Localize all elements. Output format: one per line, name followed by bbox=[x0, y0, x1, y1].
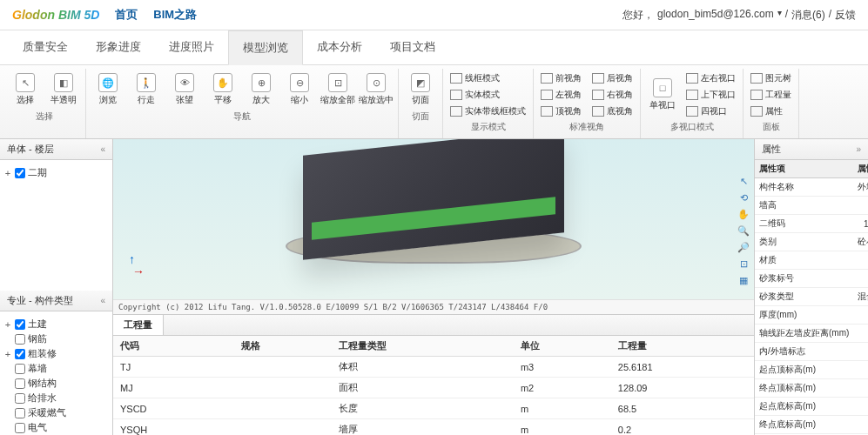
tab-0[interactable]: 质量安全 bbox=[9, 30, 82, 64]
feedback-link[interactable]: 反馈 bbox=[835, 8, 856, 23]
group-label: 面板 bbox=[763, 119, 780, 137]
tool-属性[interactable]: 属性 bbox=[747, 104, 786, 119]
tree-item[interactable]: +土建 bbox=[3, 317, 109, 331]
slice-icon[interactable]: ▦ bbox=[737, 273, 750, 287]
mini-icon bbox=[592, 90, 604, 100]
tree-checkbox[interactable] bbox=[15, 408, 25, 418]
tree-checkbox[interactable] bbox=[15, 349, 25, 359]
tree-checkbox[interactable] bbox=[15, 334, 25, 345]
prop-row[interactable]: 砂浆类型混合砂浆 bbox=[755, 288, 868, 306]
pan-tool-icon[interactable]: ✋ bbox=[737, 207, 750, 221]
tool-工程量[interactable]: 工程量 bbox=[747, 87, 795, 103]
tool-放大[interactable]: ⊕放大 bbox=[243, 70, 279, 109]
tab-3[interactable]: 模型浏览 bbox=[228, 30, 303, 65]
mini-icon bbox=[686, 90, 698, 100]
collapse-icon[interactable]: » bbox=[856, 144, 861, 154]
prop-row[interactable]: 终点顶标高(m)3.65 bbox=[755, 379, 868, 398]
tool-单视口[interactable]: □单视口 bbox=[644, 70, 681, 119]
tool-缩放全部[interactable]: ⊡缩放全部 bbox=[320, 70, 356, 109]
tool-平移[interactable]: ✋平移 bbox=[205, 70, 241, 109]
table-row[interactable]: TJ体积m325.6181 bbox=[113, 357, 754, 378]
tool-选择[interactable]: ↖选择 bbox=[7, 70, 44, 109]
tool-行走[interactable]: 🚶行走 bbox=[128, 70, 165, 109]
bottom-panel-tabs: 工程量 bbox=[113, 315, 754, 336]
prop-row[interactable]: 构件名称外墙大孔 bbox=[755, 178, 868, 197]
tree-checkbox[interactable] bbox=[15, 319, 25, 330]
tree-item[interactable]: +二期 bbox=[3, 165, 109, 180]
collapse-icon[interactable]: « bbox=[100, 296, 105, 305]
tool-浏览[interactable]: 🌐浏览 bbox=[90, 70, 126, 109]
tool-图元树[interactable]: 图元树 bbox=[747, 70, 795, 86]
tree-item[interactable]: 钢筋 bbox=[3, 331, 109, 346]
collapse-icon[interactable]: « bbox=[100, 144, 105, 154]
zoom-in-icon[interactable]: 🔍 bbox=[737, 224, 750, 238]
messages-link[interactable]: 消息(6) bbox=[791, 8, 825, 23]
tool-上下视口[interactable]: 上下视口 bbox=[683, 87, 739, 103]
prop-row[interactable]: 墙高3.75 bbox=[755, 197, 868, 215]
tool-底视角[interactable]: 底视角 bbox=[589, 104, 636, 119]
tab-5[interactable]: 项目文档 bbox=[376, 30, 449, 64]
prop-row[interactable]: 材质砌块 bbox=[755, 251, 868, 270]
tree-checkbox[interactable] bbox=[15, 393, 25, 404]
zoom-out-icon[interactable]: 🔎 bbox=[737, 240, 750, 254]
prop-row[interactable]: 轴线距左墙皮距离(mm)100 bbox=[755, 325, 868, 343]
tool-右视角[interactable]: 右视角 bbox=[589, 87, 636, 103]
user-dropdown-icon[interactable]: ▾ bbox=[777, 8, 782, 23]
prop-row[interactable]: 砂浆标号M5 bbox=[755, 270, 868, 288]
tool-四视口[interactable]: 四视口 bbox=[683, 104, 730, 119]
ribbon-toolbar: ↖选择◧半透明选择🌐浏览🚶行走👁张望✋平移⊕放大⊖缩小⊡缩放全部⊙缩放选中导航◩… bbox=[0, 65, 868, 139]
tool-半透明[interactable]: ◧半透明 bbox=[45, 70, 82, 109]
tool-切面[interactable]: ◩切面 bbox=[402, 70, 439, 109]
tree-item[interactable]: 采暖燃气 bbox=[3, 405, 109, 420]
tool-顶视角[interactable]: 顶视角 bbox=[537, 104, 585, 119]
3d-viewport[interactable]: ↖ ⟲ ✋ 🔍 🔎 ⊡ ▦ bbox=[113, 139, 754, 299]
tab-4[interactable]: 成本分析 bbox=[303, 30, 376, 64]
tree-item[interactable]: 钢结构 bbox=[3, 376, 109, 391]
mini-icon bbox=[750, 90, 763, 100]
table-row[interactable]: YSCD长度m68.5 bbox=[113, 398, 754, 419]
prop-row[interactable]: 二维码109807 bbox=[755, 215, 868, 233]
prop-row[interactable]: 内/外墙标志外墙 bbox=[755, 343, 868, 361]
tab-1[interactable]: 形象进度 bbox=[82, 30, 155, 64]
table-row[interactable]: MJ面积m2128.09 bbox=[113, 378, 754, 398]
discipline-tree: +土建钢筋+粗装修幕墙钢结构给排水采暖燃气电气+消防+通风空调+智控弱电场地 bbox=[0, 311, 112, 435]
group-label: 切面 bbox=[412, 109, 429, 126]
tree-item[interactable]: 幕墙 bbox=[3, 361, 109, 376]
prop-row[interactable]: 厚度(mm)200 bbox=[755, 306, 868, 325]
tool-线框模式[interactable]: 线框模式 bbox=[447, 70, 503, 86]
tree-checkbox[interactable] bbox=[15, 168, 25, 178]
arrow-tool-icon[interactable]: ↖ bbox=[737, 174, 750, 188]
prop-row[interactable]: 类别砼小型空 bbox=[755, 233, 868, 251]
header-left: Glodon BIM 5D 首页 BIM之路 bbox=[12, 7, 197, 23]
prop-row[interactable]: 起点底标高(m)-0.1 bbox=[755, 398, 868, 416]
prop-row[interactable]: 起点顶标高(m)3.65 bbox=[755, 361, 868, 379]
tool-后视角[interactable]: 后视角 bbox=[589, 70, 636, 86]
prop-row[interactable]: 终点底标高(m)-0.1 bbox=[755, 416, 868, 434]
tool-前视角[interactable]: 前视角 bbox=[537, 70, 585, 86]
tool-左右视口[interactable]: 左右视口 bbox=[683, 70, 739, 86]
tool-左视角[interactable]: 左视角 bbox=[537, 87, 585, 103]
tab-2[interactable]: 进度照片 bbox=[155, 30, 228, 64]
tree-checkbox[interactable] bbox=[15, 378, 25, 389]
rotate-tool-icon[interactable]: ⟲ bbox=[737, 191, 750, 204]
tree-checkbox[interactable] bbox=[15, 423, 25, 433]
fit-icon[interactable]: ⊡ bbox=[737, 257, 750, 271]
tool-icon: □ bbox=[653, 78, 672, 97]
tree-item[interactable]: 电气 bbox=[3, 420, 109, 435]
tool-张望[interactable]: 👁张望 bbox=[166, 70, 203, 109]
tree-item[interactable]: 给排水 bbox=[3, 391, 109, 405]
tree-checkbox[interactable] bbox=[15, 364, 25, 374]
nav-bim-road[interactable]: BIM之路 bbox=[153, 7, 197, 23]
nav-home[interactable]: 首页 bbox=[115, 7, 138, 23]
tree-item[interactable]: +粗装修 bbox=[3, 346, 109, 361]
col-header: 代码 bbox=[113, 336, 234, 357]
user-link[interactable]: glodon_bim5d@126.com bbox=[657, 8, 774, 23]
tool-缩小[interactable]: ⊖缩小 bbox=[281, 70, 318, 109]
table-row[interactable]: YSQH墙厚m0.2 bbox=[113, 419, 754, 436]
tool-icon: 🌐 bbox=[98, 73, 118, 92]
left-column: 单体 - 楼层 « +二期 专业 - 构件类型 « +土建钢筋+粗装修幕墙钢结构… bbox=[0, 139, 113, 435]
tool-缩放选中[interactable]: ⊙缩放选中 bbox=[358, 70, 394, 109]
tool-实体带线框模式[interactable]: 实体带线框模式 bbox=[447, 104, 529, 119]
tool-实体模式[interactable]: 实体模式 bbox=[447, 87, 503, 103]
quantity-tab[interactable]: 工程量 bbox=[113, 315, 164, 335]
